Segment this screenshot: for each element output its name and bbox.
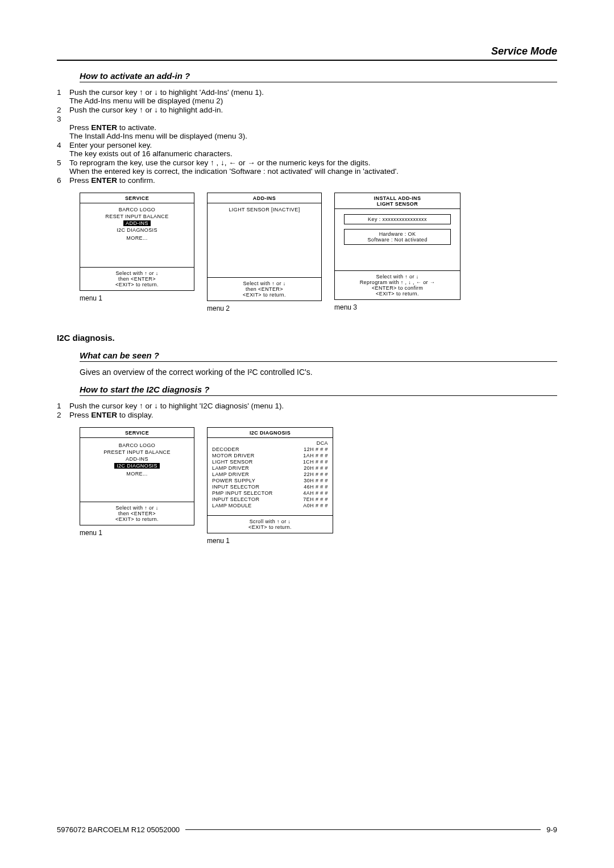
- l: LAMP DRIVER: [212, 471, 249, 477]
- menu-item-inv: I2C DIAGNOSIS: [114, 463, 160, 469]
- menu-item: RESET INPUT BALANCE: [105, 214, 168, 219]
- r: 7EH # # #: [303, 496, 328, 502]
- menu-label: menu 1: [207, 537, 333, 545]
- menu-body: BARCO LOGO RESET INPUT BALANCE ADD-INS I…: [80, 203, 194, 267]
- t: Press: [69, 123, 91, 132]
- diag-row: LIGHT SENSOR1CH # # #: [212, 459, 328, 465]
- menu-item: BARCO LOGO: [119, 443, 156, 448]
- header-rule: [57, 60, 557, 61]
- menu-item-selected: ADD-INS: [123, 220, 151, 226]
- step: 3 Press ENTER to activate. The Install A…: [57, 115, 557, 140]
- t: to confirm.: [117, 176, 155, 185]
- t-bold: ENTER: [91, 176, 117, 185]
- menu-item: MORE...: [126, 235, 147, 241]
- menus-row-2: SERVICE BARCO LOGO PRESET INPUT BALANCE …: [80, 427, 557, 545]
- menu-label: menu 1: [80, 529, 194, 537]
- running-header: Service Mode: [57, 45, 557, 57]
- step-text: Push the cursor key ↑ or ↓ to highlight …: [69, 88, 557, 105]
- l: DECODER: [212, 446, 239, 452]
- rule: [80, 361, 557, 362]
- menu-label: menu 2: [207, 304, 322, 312]
- r: A0H # # #: [303, 503, 328, 508]
- menu-i2c-diag: I2C DIAGNOSIS DCA DECODER12H # # # MOTOR…: [207, 427, 333, 533]
- t-bold: ENTER: [91, 411, 117, 419]
- sw-status: Software : Not activated: [347, 237, 447, 243]
- menu-item: ADD-INS: [126, 456, 148, 462]
- menu-item: LIGHT SENSOR [INACTIVE]: [229, 207, 300, 212]
- step: 2 Press ENTER to display.: [57, 411, 557, 419]
- diag-row: LAMP DRIVER22H # # #: [212, 471, 328, 477]
- step-num: 5: [57, 158, 69, 176]
- step-num: 1: [57, 402, 69, 410]
- step: 1 Push the cursor key ↑ or ↓ to highligh…: [57, 402, 557, 410]
- step: 2 Push the cursor key ↑ or ↓ to highligh…: [57, 106, 557, 114]
- menu-service-2: SERVICE BARCO LOGO PRESET INPUT BALANCE …: [80, 427, 194, 525]
- menu-item-inv: ADD-INS: [123, 220, 151, 226]
- menu-col: I2C DIAGNOSIS DCA DECODER12H # # # MOTOR…: [207, 427, 333, 545]
- step-text: Enter your personel key. The key exists …: [69, 141, 557, 158]
- step-num: 2: [57, 411, 69, 419]
- diag-row: DECODER12H # # #: [212, 446, 328, 452]
- diag-row: LAMP MODULEA0H # # #: [212, 503, 328, 508]
- menu-footer: Select with ↑ or ↓ Reprogram with ↑ , ↓ …: [335, 270, 460, 299]
- menu-addins: ADD-INS LIGHT SENSOR [INACTIVE] Select w…: [207, 193, 322, 301]
- menu-footer: Select with ↑ or ↓ then <ENTER> <EXIT> t…: [80, 267, 194, 290]
- l: INPUT SELECTOR: [212, 484, 259, 490]
- key-box: Key : xxxxxxxxxxxxxxxx: [344, 214, 450, 224]
- step: 6 Press ENTER to confirm.: [57, 176, 557, 185]
- diag-row: INPUT SELECTOR7EH # # #: [212, 496, 328, 502]
- step-num: 2: [57, 106, 69, 114]
- step: 4 Enter your personel key. The key exist…: [57, 141, 557, 158]
- footer-right: 9-9: [546, 825, 557, 834]
- hw-status: Hardware : OK: [347, 231, 447, 237]
- menu-item: I2C DIAGNOSIS: [117, 227, 157, 233]
- menu-item: PRESET INPUT BALANCE: [103, 449, 171, 455]
- r: 1CH # # #: [303, 459, 328, 465]
- diag-row: INPUT SELECTOR46H # # #: [212, 484, 328, 490]
- l: PMP INPUT SELECTOR: [212, 490, 273, 496]
- step: 1 Push the cursor key ↑ or ↓ to highligh…: [57, 88, 557, 105]
- status-box: Hardware : OK Software : Not activated: [344, 229, 450, 245]
- step-text: Press ENTER to confirm.: [69, 176, 557, 185]
- step-text: Push the cursor key ↑ or ↓ to highlight …: [69, 402, 557, 410]
- l: LAMP DRIVER: [212, 465, 249, 471]
- section-title-activate: How to activate an add-in ?: [80, 71, 557, 81]
- steps-activate: 1 Push the cursor key ↑ or ↓ to highligh…: [57, 88, 557, 185]
- r: 4AH # # #: [303, 490, 328, 496]
- menu-install-addins: INSTALL ADD-INS LIGHT SENSOR Key : xxxxx…: [334, 193, 460, 300]
- t-bold: ENTER: [91, 123, 117, 132]
- menu-footer: Select with ↑ or ↓ then <ENTER> <EXIT> t…: [80, 502, 194, 525]
- menu-title: SERVICE: [80, 428, 194, 438]
- diag-row: PMP INPUT SELECTOR4AH # # #: [212, 490, 328, 496]
- sub-heading-seen: What can be seen ?: [80, 350, 557, 360]
- menu-title: I2C DIAGNOSIS: [208, 428, 333, 438]
- r: 46H # # #: [304, 484, 328, 490]
- paragraph: Gives an overview of the correct working…: [80, 368, 557, 377]
- diag-row: MOTOR DRIVER1AH # # #: [212, 453, 328, 458]
- menu-col: ADD-INS LIGHT SENSOR [INACTIVE] Select w…: [207, 193, 322, 312]
- t: Press: [69, 411, 91, 419]
- l: MOTOR DRIVER: [212, 453, 255, 458]
- menu-item: MORE...: [126, 471, 147, 477]
- diag-row: LAMP DRIVER20H # # #: [212, 465, 328, 471]
- menu-title-2: LIGHT SENSOR: [335, 201, 460, 209]
- menu-label: menu 3: [334, 303, 460, 311]
- menu-body: LIGHT SENSOR [INACTIVE]: [208, 203, 321, 277]
- l: POWER SUPPLY: [212, 478, 255, 483]
- l: LIGHT SENSOR: [212, 459, 253, 465]
- menu-col: SERVICE BARCO LOGO RESET INPUT BALANCE A…: [80, 193, 194, 312]
- rule: [80, 82, 557, 82]
- menu-title-1: INSTALL ADD-INS: [335, 193, 460, 201]
- step: 5 To reprogram the key, use the cursor k…: [57, 158, 557, 176]
- steps-i2c: 1 Push the cursor key ↑ or ↓ to highligh…: [57, 402, 557, 419]
- diag-header: DCA: [212, 440, 328, 446]
- menu-label: menu 1: [80, 294, 194, 302]
- menu-title: ADD-INS: [208, 193, 321, 203]
- sub-heading-start: How to start the I2C diagnosis ?: [80, 385, 557, 394]
- step-num: 3: [57, 115, 69, 140]
- menu-col: SERVICE BARCO LOGO PRESET INPUT BALANCE …: [80, 427, 194, 545]
- footer-rule: [185, 829, 541, 830]
- r: 20H # # #: [304, 465, 328, 471]
- page-footer: 5976072 BARCOELM R12 05052000 9-9: [57, 825, 557, 834]
- step-text: Press ENTER to activate. The Install Add…: [69, 115, 557, 140]
